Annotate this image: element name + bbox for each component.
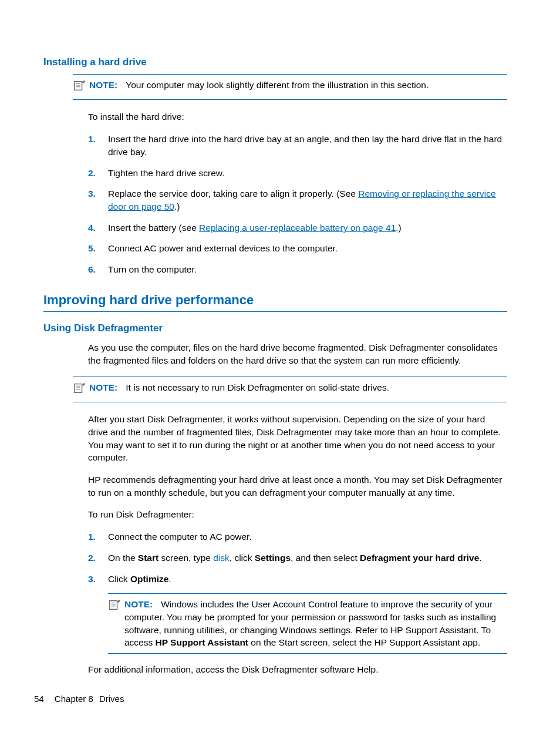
step-number: 4. [88,221,108,234]
list-item: 1. Insert the hard drive into the hard d… [88,133,507,158]
step-number: 5. [88,242,108,255]
step-text: Replace the service door, taking care to… [108,187,507,213]
step-text: Connect the computer to AC power. [108,530,507,543]
step-number: 3. [88,187,108,213]
page-number: 54 [34,694,44,704]
chapter-label: Chapter 8 [55,694,93,704]
txt-frag: screen, type [158,553,213,563]
note-text: Your computer may look slightly differen… [126,79,507,92]
txt-frag: , and then select [291,553,360,563]
step-number: 2. [88,167,108,180]
list-item: 3. Replace the service door, taking care… [88,187,507,213]
note-label: NOTE: [89,79,117,92]
list-item: 2. Tighten the hard drive screw. [88,167,507,180]
txt-frag: , click [230,553,255,563]
step-text: Turn on the computer. [108,263,507,276]
bold-start: Start [138,553,158,563]
note-icon [108,599,123,615]
heading-improving-performance: Improving hard drive performance [43,291,507,312]
step-text: Insert the hard drive into the hard driv… [108,133,507,158]
list-item: 6. Turn on the computer. [88,263,507,276]
paragraph: HP recommends defragmenting your hard dr… [88,473,507,499]
bold-defragment: Defragment your hard drive [360,553,479,563]
note-box: NOTE: Your computer may look slightly di… [73,74,507,100]
list-item: 2. On the Start screen, type disk, click… [88,552,507,564]
list-item: 3. Click Optimize. [88,573,507,586]
step-text: Click Optimize. [108,573,507,586]
intro-text: To install the hard drive: [88,110,507,123]
typed-text: disk [213,553,230,563]
defrag-steps-list: 1. Connect the computer to AC power. 2. … [88,530,507,585]
heading-installing-hard-drive: Installing a hard drive [43,55,507,69]
note-text: It is not necessary to run Disk Defragme… [126,381,507,394]
svg-rect-4 [75,384,82,392]
step-number: 2. [88,552,108,564]
note-label: NOTE: [124,598,153,611]
list-item: 5. Connect AC power and external devices… [88,242,507,255]
paragraph: For additional information, access the D… [88,663,507,676]
paragraph: To run Disk Defragmenter: [88,508,507,521]
step-text: Tighten the hard drive screw. [108,167,507,180]
txt-frag: On the [108,553,138,563]
note-box: NOTE: It is not necessary to run Disk De… [73,377,507,403]
paragraph: After you start Disk Defragmenter, it wo… [88,413,507,464]
step-post: .) [396,223,401,233]
list-item: 1. Connect the computer to AC power. [88,530,507,543]
note-frag: on the Start screen, select the HP Suppo… [248,637,480,647]
heading-using-defragmenter: Using Disk Defragmenter [43,321,507,335]
bold-optimize: Optimize [130,574,168,584]
bold-settings: Settings [255,553,291,563]
step-text: On the Start screen, type disk, click Se… [108,552,507,564]
svg-rect-0 [75,81,82,90]
list-item: 4. Insert the battery (see Replacing a u… [88,221,507,234]
paragraph: As you use the computer, files on the ha… [88,341,507,367]
install-steps-list: 1. Insert the hard drive into the hard d… [88,133,507,276]
note-icon [73,382,88,398]
txt-frag: Click [108,574,130,584]
txt-frag: . [168,574,171,584]
step-text: Connect AC power and external devices to… [108,242,507,255]
note-text: NOTE: Windows includes the User Account … [124,598,507,649]
step-text: Insert the battery (see Replacing a user… [108,221,507,234]
chapter-title: Drives [99,694,124,704]
page-footer: 54 Chapter 8 Drives [34,693,124,705]
step-number: 1. [88,133,108,158]
step-number: 1. [88,530,108,543]
note-label: NOTE: [89,381,117,394]
step-number: 3. [88,573,108,586]
step-pre: Insert the battery (see [108,223,199,233]
link-replace-battery[interactable]: Replacing a user-replaceable battery on … [199,223,396,233]
note-box-nested: NOTE: Windows includes the User Account … [108,593,507,654]
bold-hp-support: HP Support Assistant [156,637,248,647]
svg-rect-8 [110,601,117,610]
note-icon [73,79,88,96]
txt-frag: . [479,553,481,563]
step-pre: Replace the service door, taking care to… [108,189,358,199]
step-number: 6. [88,263,108,276]
step-post: .) [174,201,180,211]
